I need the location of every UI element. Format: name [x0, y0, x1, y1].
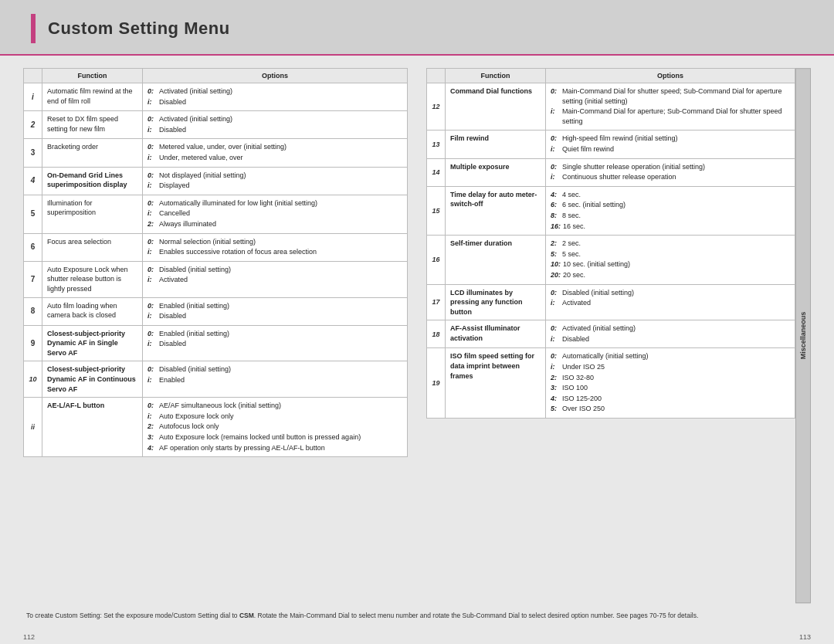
left-row-function-6: Focus area selection — [42, 233, 143, 261]
left-row-function-11: AE-L/AF-L button — [42, 398, 143, 457]
left-row-function-2: Reset to DX film speed setting for new f… — [42, 111, 143, 139]
right-row-num-19: 19 — [427, 348, 446, 419]
right-row-num-12: 12 — [427, 83, 446, 130]
left-row-options-i: 0:Activated (initial setting)i:Disabled — [143, 83, 408, 111]
footer-note-text: To create Custom Setting: Set the exposu… — [26, 612, 698, 619]
left-row-options-9: 0:Enabled (initial setting)i:Disabled — [143, 325, 408, 361]
page-header: Custom Setting Menu — [0, 0, 834, 56]
left-row-function-9: Closest-subject-priority Dynamic AF in S… — [42, 325, 143, 361]
right-row-options-17: 0:Disabled (initial setting)i:Activated — [546, 284, 795, 320]
left-row-options-4: 0:Not displayed (initial setting)i:Displ… — [143, 167, 408, 195]
left-row-options-3: 0:Metered value, under, over (initial se… — [143, 139, 408, 167]
left-row-function-7: Auto Exposure Lock when shutter release … — [42, 261, 143, 297]
left-row-num-7: 7 — [24, 261, 42, 297]
left-row-num-5: 5 — [24, 195, 42, 233]
left-row-function-8: Auto film loading when camera back is cl… — [42, 297, 143, 325]
left-row-options-5: 0:Automatically illuminated for low ligh… — [143, 195, 408, 233]
footer-note: To create Custom Setting: Set the exposu… — [23, 611, 811, 621]
csm-bold: CSM — [239, 612, 254, 619]
left-row-options-2: 0:Activated (initial setting)i:Disabled — [143, 111, 408, 139]
right-row-options-13: 0:High-speed film rewind (initial settin… — [546, 130, 795, 158]
miscellaneous-tab: Miscellaneous — [795, 68, 811, 603]
right-row-num-14: 14 — [427, 158, 446, 186]
right-row-options-16: 2:2 sec.5:5 sec.10:10 sec. (initial sett… — [546, 236, 795, 284]
left-row-num-10: 10 — [24, 361, 42, 398]
right-row-function-13: Film rewind — [446, 130, 546, 158]
left-row-function-10: Closest-subject-priority Dynamic AF in C… — [42, 361, 143, 398]
left-row-function-4: On-Demand Grid Lines superimposition dis… — [42, 167, 143, 195]
page-numbers: 112 113 — [0, 629, 834, 644]
header-accent-bar — [31, 14, 36, 43]
right-row-num-17: 17 — [427, 284, 446, 320]
left-row-num-2: 2 — [24, 111, 42, 139]
right-col-empty — [427, 69, 446, 83]
left-col-empty — [24, 69, 42, 83]
left-row-function-3: Bracketing order — [42, 139, 143, 167]
left-row-options-10: 0:Disabled (initial setting)i:Enabled — [143, 361, 408, 398]
page-container: Custom Setting Menu Function Options iAu… — [0, 0, 834, 644]
left-row-num-9: 9 — [24, 325, 42, 361]
right-row-function-14: Multiple exposure — [446, 158, 546, 186]
left-row-function-5: Illumination for superimposition — [42, 195, 143, 233]
right-row-function-18: AF-Assist Illuminator activation — [446, 320, 546, 348]
page-title: Custom Setting Menu — [48, 19, 230, 39]
left-row-num-4: 4 — [24, 167, 42, 195]
left-row-num-i: i — [24, 83, 42, 111]
left-row-num-8: 8 — [24, 297, 42, 325]
right-row-num-15: 15 — [427, 186, 446, 235]
left-table: Function Options iAutomatic film rewind … — [23, 68, 408, 457]
right-row-function-16: Self-timer duration — [446, 236, 546, 284]
right-row-options-14: 0:Single shutter release operation (init… — [546, 158, 795, 186]
right-table-section: Function Options 12Command Dial function… — [426, 68, 795, 603]
left-col-function: Function — [42, 69, 143, 83]
page-number-right: 113 — [799, 633, 811, 641]
left-table-section: Function Options iAutomatic film rewind … — [23, 68, 408, 603]
right-row-function-12: Command Dial functions — [446, 83, 546, 130]
right-col-options: Options — [546, 69, 795, 83]
left-row-num-6: 6 — [24, 233, 42, 261]
tables-row: Function Options iAutomatic film rewind … — [23, 68, 811, 603]
right-row-options-12: 0:Main-Command Dial for shutter speed; S… — [546, 83, 795, 130]
left-row-num-3: 3 — [24, 139, 42, 167]
right-row-function-15: Time delay for auto meter-switch-off — [446, 186, 546, 235]
right-row-num-18: 18 — [427, 320, 446, 348]
right-row-function-17: LCD illuminates by pressing any function… — [446, 284, 546, 320]
right-row-options-15: 4:4 sec.6:6 sec. (initial setting)8:8 se… — [546, 186, 795, 235]
right-section: Function Options 12Command Dial function… — [426, 68, 811, 603]
main-content: Function Options iAutomatic film rewind … — [0, 56, 834, 629]
right-row-options-19: 0:Automatically (initial setting)i:Under… — [546, 348, 795, 419]
right-table: Function Options 12Command Dial function… — [426, 68, 795, 419]
left-row-options-8: 0:Enabled (initial setting)i:Disabled — [143, 297, 408, 325]
left-row-num-11: ii — [24, 398, 42, 457]
right-row-num-13: 13 — [427, 130, 446, 158]
page-number-left: 112 — [23, 633, 35, 641]
right-col-function: Function — [446, 69, 546, 83]
left-col-options: Options — [143, 69, 408, 83]
right-row-options-18: 0:Activated (initial setting)i:Disabled — [546, 320, 795, 348]
left-row-options-11: 0:AE/AF simultaneous lock (initial setti… — [143, 398, 408, 457]
right-row-function-19: ISO film speed setting for data imprint … — [446, 348, 546, 419]
left-row-options-6: 0:Normal selection (initial setting)i:En… — [143, 233, 408, 261]
left-row-function-i: Automatic film rewind at the end of film… — [42, 83, 143, 111]
right-row-num-16: 16 — [427, 236, 446, 284]
left-row-options-7: 0:Disabled (initial setting)i:Activated — [143, 261, 408, 297]
